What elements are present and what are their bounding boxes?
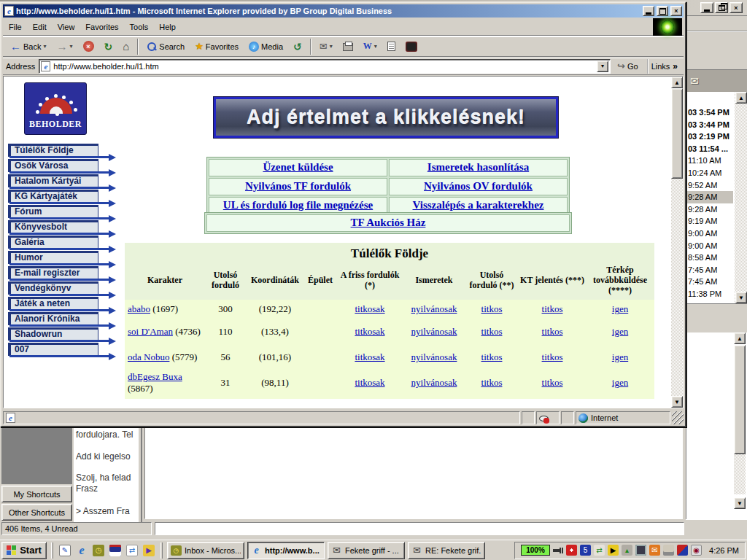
floppy-save-icon[interactable]: [108, 543, 123, 558]
launch-ie-icon[interactable]: e: [74, 543, 89, 558]
sidebar-item[interactable]: Fórum: [8, 205, 123, 220]
search-button[interactable]: Search: [142, 38, 189, 55]
last-turn-link[interactable]: titkos: [481, 377, 503, 388]
last-turn-link[interactable]: titkos: [481, 326, 503, 337]
scrollbar-thumb[interactable]: [671, 88, 683, 179]
resize-grip[interactable]: [672, 411, 684, 424]
address-field[interactable]: e http://www.beholder.hu/l1.htm ▾: [39, 59, 611, 74]
message-received-time[interactable]: 11:38 PM: [686, 288, 733, 300]
map-forward-link[interactable]: igen: [612, 377, 628, 388]
message-received-time[interactable]: 03 2:19 PM: [686, 131, 733, 143]
sidebar-item[interactable]: Ősök Városa: [8, 159, 123, 174]
sidebar-item[interactable]: Humor: [8, 251, 123, 266]
edit-dropdown-icon[interactable]: ▾: [374, 43, 377, 50]
scheduler-tray-icon[interactable]: ▶: [608, 545, 619, 556]
menu-item[interactable]: Edit: [33, 23, 47, 31]
last-turn-link[interactable]: titkos: [481, 303, 503, 314]
kt-report-link[interactable]: titkos: [542, 303, 563, 314]
maximize-button[interactable]: [657, 6, 668, 16]
start-button[interactable]: Start: [1, 542, 47, 559]
map-forward-link[interactable]: igen: [612, 326, 628, 337]
sidebar-item-label[interactable]: KG Kártyajáték: [8, 190, 98, 203]
forward-dropdown-icon[interactable]: ▾: [69, 43, 72, 50]
stop-button[interactable]: ×: [79, 38, 98, 55]
sidebar-item[interactable]: Játék a neten: [8, 297, 123, 312]
page-scrollbar[interactable]: ▲ ▼: [671, 77, 683, 408]
sidebar-item[interactable]: Túlélők Földje: [8, 144, 123, 159]
mail-notify-tray-icon[interactable]: ✉: [649, 545, 660, 556]
search-tray-icon[interactable]: ◉: [691, 545, 702, 556]
character-link[interactable]: oda Nobuo: [128, 351, 169, 362]
sidebar-item-label[interactable]: Játék a neten: [8, 297, 98, 310]
character-link[interactable]: soi D'Aman: [128, 326, 173, 337]
scrollbar-thumb[interactable]: [734, 345, 746, 454]
pc-agent-tray-icon[interactable]: ▴: [622, 545, 632, 556]
scroll-up-icon[interactable]: ▲: [734, 332, 746, 344]
scroll-down-icon[interactable]: ▼: [735, 292, 747, 303]
sync-icon[interactable]: ⇄: [125, 543, 139, 558]
discuss-button[interactable]: [383, 38, 400, 55]
sidebar-item-label[interactable]: Shadowrun: [8, 327, 98, 341]
outlook-reading-pane[interactable]: [144, 427, 683, 519]
sidebar-item-label[interactable]: 007: [8, 343, 98, 356]
message-received-time[interactable]: 9:00 AM: [686, 240, 733, 252]
quick-link[interactable]: Visszalépés a karakterekhez: [413, 199, 544, 211]
sidebar-item-label[interactable]: Túlélők Földje: [8, 144, 98, 157]
home-button[interactable]: ⌂: [118, 38, 133, 55]
task-ie-beholder[interactable]: e http://www.b...: [247, 542, 325, 559]
message-received-time[interactable]: 9:19 AM: [686, 215, 733, 228]
sidebar-item[interactable]: KG Kártyajáték: [8, 190, 123, 205]
edit-button[interactable]: W ▾: [359, 38, 382, 55]
print-button[interactable]: [338, 38, 357, 55]
kt-report-link[interactable]: titkos: [542, 351, 563, 362]
toolbar-handle[interactable]: [51, 542, 53, 559]
fresh-turns-link[interactable]: titkosak: [355, 326, 384, 337]
scroll-down-icon[interactable]: ▼: [671, 396, 683, 408]
sidebar-item-label[interactable]: E-mail regiszter: [8, 266, 98, 279]
quick-link[interactable]: Nyilvános TF fordulók: [245, 180, 351, 192]
ac-power-icon[interactable]: [553, 546, 563, 555]
kt-report-link[interactable]: titkos: [542, 326, 563, 337]
messenger-button[interactable]: [401, 38, 422, 55]
go-button[interactable]: ↪ Go: [614, 60, 643, 72]
message-received-time[interactable]: 8:58 AM: [686, 252, 733, 264]
menu-item[interactable]: Tools: [130, 23, 149, 31]
message-preview-column[interactable]: fordulojara. TelAdd ki legelsoSzolj, ha …: [74, 427, 141, 522]
menu-item[interactable]: File: [9, 23, 22, 31]
message-received-time[interactable]: 9:52 AM: [686, 179, 733, 192]
message-time-column[interactable]: 03 3:54 PM 03 3:44 PM 03 2:19 PM 03 11:5…: [686, 106, 733, 302]
sidebar-item-label[interactable]: Hatalom Kártyái: [8, 174, 98, 187]
sidebar-item[interactable]: 007: [8, 343, 123, 358]
character-link[interactable]: ababo: [128, 303, 150, 314]
favorites-button[interactable]: ★ Favorites: [190, 38, 243, 55]
reading-pane-scrollbar[interactable]: ▲ ▼: [733, 332, 746, 519]
launch-outlook-icon[interactable]: ◷: [91, 543, 106, 558]
mail-button[interactable]: ✉ ▾: [315, 38, 337, 55]
task-mail-fekete-griff[interactable]: ✉ Fekete griff - ...: [328, 542, 405, 559]
character-link[interactable]: dbEgesz Buxa: [128, 371, 182, 382]
last-turn-link[interactable]: titkos: [481, 351, 503, 362]
toolbar-handle[interactable]: [160, 542, 163, 559]
message-received-time[interactable]: 03 3:54 PM: [686, 106, 733, 119]
scroll-up-icon[interactable]: ▲: [735, 92, 747, 104]
sidebar-item-label[interactable]: Fórum: [8, 205, 98, 218]
sidebar-item-label[interactable]: Könyvesbolt: [8, 220, 98, 233]
forward-mail-icon[interactable]: ✉: [690, 75, 699, 87]
sidebar-item-label[interactable]: Vendégkönyv: [8, 281, 98, 295]
task-mail-re-fekete[interactable]: ✉ RE: Fekete grif...: [408, 542, 485, 559]
fresh-turns-link[interactable]: titkosak: [355, 377, 384, 388]
scroll-up-icon[interactable]: ▲: [671, 77, 683, 88]
taskbar-clock[interactable]: 4:26 PM: [705, 546, 739, 555]
sidebar-item-label[interactable]: Alanori Krónika: [8, 312, 98, 325]
quick-link[interactable]: Üzenet küldése: [263, 161, 333, 173]
network-sync-tray-icon[interactable]: ⇄: [594, 545, 605, 556]
chevron-icon[interactable]: »: [673, 61, 678, 71]
other-shortcuts-button[interactable]: Other Shortcuts: [1, 504, 72, 521]
my-shortcuts-button[interactable]: My Shortcuts: [1, 486, 72, 502]
scroll-down-icon[interactable]: ▼: [734, 497, 746, 509]
show-desktop-icon[interactable]: ✎: [58, 543, 72, 558]
message-received-time[interactable]: 11:10 AM: [686, 155, 733, 167]
remote-access-tray-icon[interactable]: 5: [580, 545, 591, 556]
outlook-shortcut-bar[interactable]: [1, 427, 72, 484]
back-dropdown-icon[interactable]: ▾: [43, 43, 46, 50]
